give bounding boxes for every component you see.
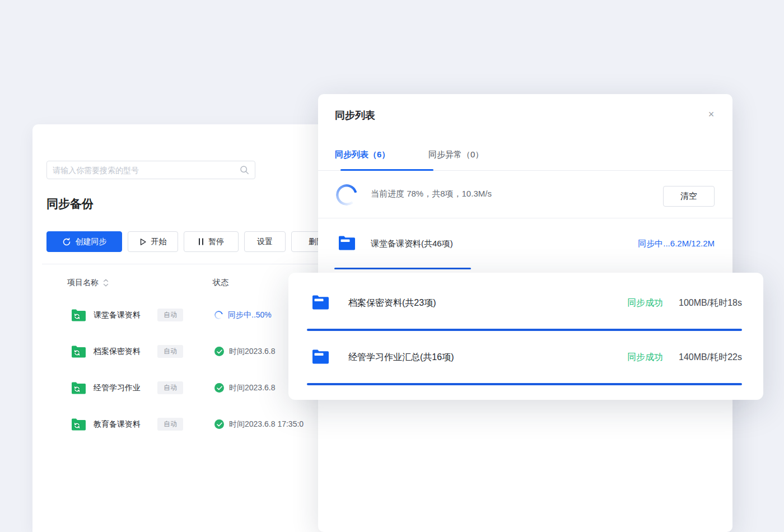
auto-badge: 自动 (157, 345, 183, 358)
pause-label: 暂停 (208, 237, 224, 247)
auto-badge: 自动 (157, 309, 183, 321)
create-sync-button[interactable]: 创建同步 (46, 231, 122, 252)
auto-badge: 自动 (157, 418, 183, 431)
green-sync-folder-icon (71, 345, 86, 361)
pause-icon (198, 238, 204, 245)
play-icon (139, 238, 147, 246)
project-name: 教育备课资料 (94, 419, 141, 430)
green-sync-folder-icon (71, 309, 86, 324)
auto-badge: 自动 (157, 381, 183, 394)
status-cell: 时间2023.6.8 (214, 383, 276, 393)
search-icon[interactable] (240, 165, 249, 175)
syncing-spinner-icon (214, 311, 223, 319)
sort-icon[interactable] (103, 279, 109, 287)
search-input[interactable] (53, 166, 240, 175)
green-sync-folder-icon (71, 418, 86, 433)
status-cell: 时间2023.6.8 17:35:0 (214, 419, 304, 430)
project-name: 课堂备课资料 (94, 310, 141, 320)
success-check-icon (214, 347, 224, 356)
success-check-icon (214, 419, 224, 429)
create-sync-label: 创建同步 (76, 237, 107, 247)
search-box[interactable] (46, 161, 255, 179)
loading-spinner-icon (336, 184, 357, 206)
overall-progress-row: 当前进度 78%，共8项，10.3M/s 清空 (318, 171, 732, 218)
blue-folder-icon (312, 295, 329, 312)
status-cell: 时间2023.6.8 (214, 347, 276, 357)
clear-button[interactable]: 清空 (663, 186, 715, 207)
sync-size-time: 100MB/耗时18s (679, 295, 742, 311)
column-header-name: 项目名称 (67, 278, 99, 288)
settings-label: 设置 (257, 237, 273, 247)
blue-folder-icon (338, 235, 356, 253)
status-text: 时间2023.6.8 (229, 383, 276, 393)
success-check-icon (214, 383, 224, 393)
card-row[interactable]: 经管学习作业汇总(共16项) 同步成功 140MB/耗时22s (288, 327, 763, 390)
start-label: 开始 (151, 237, 167, 247)
sync-size-time: 140MB/耗时22s (679, 349, 742, 366)
modal-tabs: 同步列表（6） 同步异常（0） (318, 142, 732, 171)
modal-title: 同步列表 (335, 109, 375, 122)
sync-item-status: 同步中...6.2M/12.2M (638, 235, 715, 252)
progress-text: 当前进度 78%，共8项，10.3M/s (371, 189, 492, 199)
blue-folder-icon (312, 349, 329, 367)
toolbar: 创建同步 开始 暂停 设置 删除 (46, 231, 342, 252)
settings-button[interactable]: 设置 (244, 231, 286, 252)
project-name: 经管学习作业 (94, 383, 141, 393)
start-button[interactable]: 开始 (128, 231, 178, 252)
sync-item-name: 经管学习作业汇总(共16项) (348, 349, 454, 366)
green-sync-folder-icon (71, 381, 86, 397)
progress-bar (307, 383, 742, 385)
status-text: 同步中..50% (228, 310, 272, 320)
column-header-status: 状态 (213, 278, 228, 288)
status-cell: 同步中..50% (214, 310, 272, 320)
sync-success-label: 同步成功 (627, 295, 663, 311)
sync-success-label: 同步成功 (627, 349, 663, 366)
status-text: 时间2023.6.8 17:35:0 (229, 419, 304, 430)
tab-sync-errors[interactable]: 同步异常（0） (428, 142, 483, 170)
sync-item-name: 课堂备课资料(共46项) (371, 235, 453, 252)
close-icon[interactable]: × (706, 109, 717, 120)
page-title: 同步备份 (46, 196, 94, 212)
status-text: 时间2023.6.8 (229, 347, 276, 357)
sync-detail-card: 档案保密资料(共23项) 同步成功 100MB/耗时18s 经管学习作业汇总(共… (288, 273, 763, 400)
tab-label: 同步异常（0） (428, 150, 483, 159)
sync-item-name: 档案保密资料(共23项) (348, 295, 436, 311)
project-name: 档案保密资料 (94, 347, 141, 357)
progress-bar (334, 268, 471, 269)
sync-icon (62, 237, 71, 246)
pause-button[interactable]: 暂停 (184, 231, 239, 252)
tab-label: 同步列表（6） (335, 150, 390, 159)
tab-sync-list[interactable]: 同步列表（6） (335, 142, 390, 170)
